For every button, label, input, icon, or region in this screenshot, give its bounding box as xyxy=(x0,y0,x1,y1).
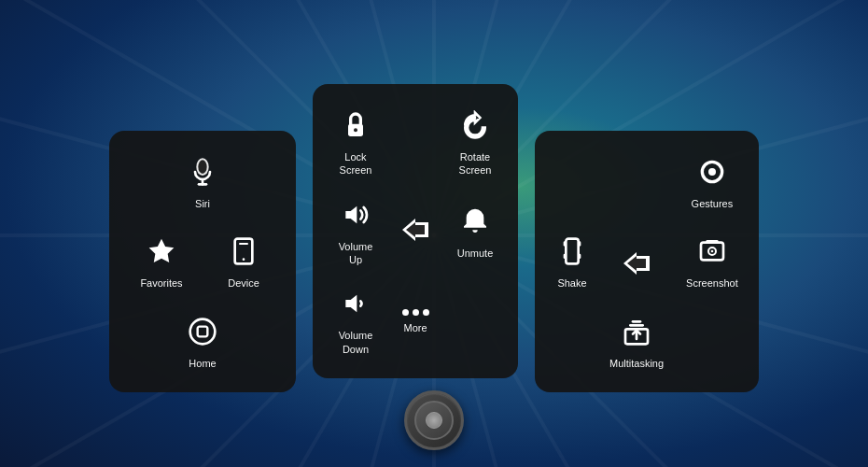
gestures-label: Gestures xyxy=(692,197,734,210)
volume-down-icon xyxy=(341,289,371,323)
right-panel: Gestures Shake xyxy=(535,131,759,392)
multitasking-button[interactable]: Multitasking xyxy=(602,305,671,377)
gestures-icon xyxy=(697,157,727,191)
lock-screen-button[interactable]: LockScreen xyxy=(328,99,384,185)
rotate-icon xyxy=(460,110,490,145)
right-empty-3 xyxy=(550,305,595,377)
siri-label: Siri xyxy=(195,197,210,210)
volume-up-button[interactable]: VolumeUp xyxy=(328,189,384,275)
back-arrow-icon xyxy=(623,252,650,275)
left-panel: Siri Favorites xyxy=(109,131,296,392)
svg-marker-12 xyxy=(345,205,357,223)
home-button-dot xyxy=(426,412,442,429)
volume-down-label: VolumeDown xyxy=(339,329,373,356)
center-empty-2 xyxy=(447,277,503,363)
svg-rect-30 xyxy=(629,324,644,327)
svg-point-6 xyxy=(243,259,245,262)
device-button[interactable]: Device xyxy=(206,225,281,297)
rotate-screen-button[interactable]: RotateScreen xyxy=(447,99,503,185)
svg-rect-21 xyxy=(564,254,567,259)
screenshot-icon xyxy=(697,236,727,271)
svg-point-17 xyxy=(708,168,716,176)
bell-icon xyxy=(460,206,490,241)
volume-up-label: VolumeUp xyxy=(339,240,373,267)
tablet-icon xyxy=(229,236,259,271)
right-empty-4 xyxy=(679,305,746,377)
device-label: Device xyxy=(228,276,259,290)
svg-rect-9 xyxy=(198,326,208,336)
unmute-label: Unmute xyxy=(457,247,494,260)
multitasking-icon xyxy=(622,317,651,351)
unmute-button[interactable]: Unmute xyxy=(447,189,503,275)
svg-rect-20 xyxy=(579,242,581,247)
favorites-label: Favorites xyxy=(140,276,182,290)
volume-down-button[interactable]: VolumeDown xyxy=(328,277,384,363)
home-button-item[interactable]: Home xyxy=(124,305,281,377)
svg-marker-15 xyxy=(345,295,357,313)
svg-rect-18 xyxy=(566,239,578,264)
svg-point-3 xyxy=(198,160,206,174)
svg-rect-31 xyxy=(632,320,642,323)
shake-label: Shake xyxy=(557,276,586,290)
home-button-container xyxy=(404,390,464,450)
lock-screen-label: LockScreen xyxy=(340,150,372,177)
svg-rect-19 xyxy=(564,242,567,247)
star-icon xyxy=(147,236,176,271)
screenshot-label: Screenshot xyxy=(686,276,738,290)
svg-point-8 xyxy=(190,318,216,344)
gestures-button[interactable]: Gestures xyxy=(679,146,746,218)
home-button-inner xyxy=(414,401,454,440)
shake-button[interactable]: Shake xyxy=(550,225,595,297)
svg-point-11 xyxy=(354,128,357,132)
svg-point-27 xyxy=(711,250,714,253)
svg-rect-28 xyxy=(706,240,718,244)
multitasking-label: Multitasking xyxy=(609,357,664,370)
svg-marker-4 xyxy=(149,239,175,262)
right-empty-1 xyxy=(550,146,595,218)
home-button[interactable] xyxy=(404,390,464,450)
favorites-button[interactable]: Favorites xyxy=(124,225,199,297)
main-content: Siri Favorites xyxy=(0,0,868,467)
mute-button[interactable] xyxy=(387,189,443,275)
center-empty-1 xyxy=(387,99,443,185)
volume-up-icon xyxy=(341,200,371,234)
arrow-left-icon xyxy=(402,219,428,241)
shake-icon xyxy=(557,236,587,271)
screenshot-button[interactable]: Screenshot xyxy=(679,225,746,297)
center-panel: LockScreen RotateScreen xyxy=(313,84,518,378)
svg-rect-22 xyxy=(579,254,581,259)
more-icon xyxy=(402,309,429,316)
lock-icon xyxy=(341,110,371,145)
siri-button[interactable]: Siri xyxy=(124,146,281,218)
back-arrow-button[interactable] xyxy=(602,225,671,297)
more-label: More xyxy=(403,321,427,334)
microphone-icon xyxy=(188,157,217,191)
home-circle-icon xyxy=(188,317,217,351)
home-item-label: Home xyxy=(189,357,216,370)
more-button[interactable]: More xyxy=(387,277,443,363)
rotate-screen-label: RotateScreen xyxy=(459,150,492,177)
right-empty-2 xyxy=(602,146,671,218)
